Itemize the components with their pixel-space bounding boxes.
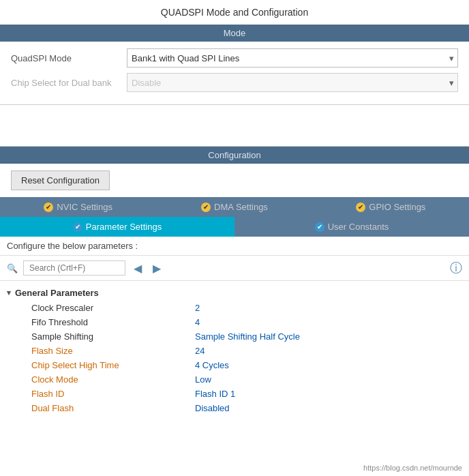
spacer [0,105,469,146]
footer-link: https://blog.csdn.net/mournde [363,464,462,472]
mode-section: QuadSPI Mode Bank1 with Quad SPI Lines B… [0,42,469,105]
param-row: Dual FlashDisabled [7,401,462,415]
param-rows-container: Clock Prescaler2Fifo Threshold4Sample Sh… [7,301,462,415]
param-value: 4 Cycles [195,360,229,370]
gpio-tab-label: GPIO Settings [369,202,425,212]
param-name: Flash Size [31,346,195,356]
group-chevron-icon: ▾ [7,288,11,297]
constants-tab-label: User Constants [328,222,389,232]
param-name: Clock Mode [31,374,195,385]
quadspi-mode-row: QuadSPI Mode Bank1 with Quad SPI Lines B… [11,48,458,68]
tab-parameter-settings[interactable]: ✔ Parameter Settings [0,217,234,237]
param-row: Chip Select High Time4 Cycles [7,358,462,372]
search-input[interactable] [23,261,125,276]
param-value: 2 [195,303,200,313]
chip-select-dual-select-wrapper: Disable Enable ▾ [127,73,458,92]
reset-config-button[interactable]: Reset Configuration [11,170,110,190]
quadspi-mode-label: QuadSPI Mode [11,53,127,63]
search-toolbar: 🔍 ◀ ▶ ⓘ [0,256,469,281]
param-name: Sample Shifting [31,331,195,342]
param-row: Fifo Threshold4 [7,315,462,329]
param-name: Fifo Threshold [31,317,195,327]
search-icon: 🔍 [7,263,18,273]
tab-gpio-settings[interactable]: ✔ GPIO Settings [313,197,469,217]
params-check-icon: ✔ [73,222,82,232]
params-tab-label: Parameter Settings [86,222,162,232]
next-button[interactable]: ▶ [150,261,164,276]
tabs-row1: ✔ NVIC Settings ✔ DMA Settings ✔ GPIO Se… [0,197,469,217]
tab-user-constants[interactable]: ✔ User Constants [234,217,469,237]
quadspi-mode-select[interactable]: Bank1 with Quad SPI Lines Bank2 with Qua… [127,48,458,68]
param-row: Clock ModeLow [7,372,462,387]
param-value: 24 [195,346,205,356]
params-description: Configure the below parameters : [0,237,469,256]
constants-check-icon: ✔ [315,222,324,232]
param-name: Clock Prescaler [31,303,195,313]
general-parameters-group[interactable]: ▾ General Parameters [7,285,462,301]
tab-nvic-settings[interactable]: ✔ NVIC Settings [0,197,156,217]
chip-select-dual-row: Chip Select for Dual bank Disable Enable… [11,73,458,92]
tabs-row2: ✔ Parameter Settings ✔ User Constants [0,217,469,237]
param-value: Disabled [195,403,230,413]
dma-tab-label: DMA Settings [214,202,268,212]
gpio-check-icon: ✔ [356,203,365,212]
param-row: Flash IDFlash ID 1 [7,387,462,401]
param-value: Low [195,374,211,385]
nvic-tab-label: NVIC Settings [57,202,112,212]
param-value: Flash ID 1 [195,389,235,399]
config-section: Configuration Reset Configuration ✔ NVIC… [0,146,469,419]
tab-dma-settings[interactable]: ✔ DMA Settings [156,197,312,217]
prev-button[interactable]: ◀ [131,261,145,276]
chip-select-dual-select[interactable]: Disable Enable [127,73,458,92]
group-label: General Parameters [15,288,99,298]
param-value: Sample Shifting Half Cycle [195,331,300,342]
mode-header: Mode [0,25,469,42]
param-value: 4 [195,317,200,327]
param-name: Flash ID [31,389,195,399]
nvic-check-icon: ✔ [44,203,53,212]
param-name: Dual Flash [31,403,195,413]
chip-select-dual-label: Chip Select for Dual bank [11,78,127,88]
info-button[interactable]: ⓘ [450,260,462,276]
params-tree: ▾ General Parameters Clock Prescaler2Fif… [0,281,469,419]
dma-check-icon: ✔ [201,203,211,212]
page-title: QUADSPI Mode and Configuration [0,0,469,25]
quadspi-mode-select-wrapper: Bank1 with Quad SPI Lines Bank2 with Qua… [127,48,458,68]
config-header: Configuration [0,147,469,164]
param-row: Clock Prescaler2 [7,301,462,315]
param-name: Chip Select High Time [31,360,195,370]
param-row: Sample ShiftingSample Shifting Half Cycl… [7,329,462,344]
param-row: Flash Size24 [7,344,462,358]
